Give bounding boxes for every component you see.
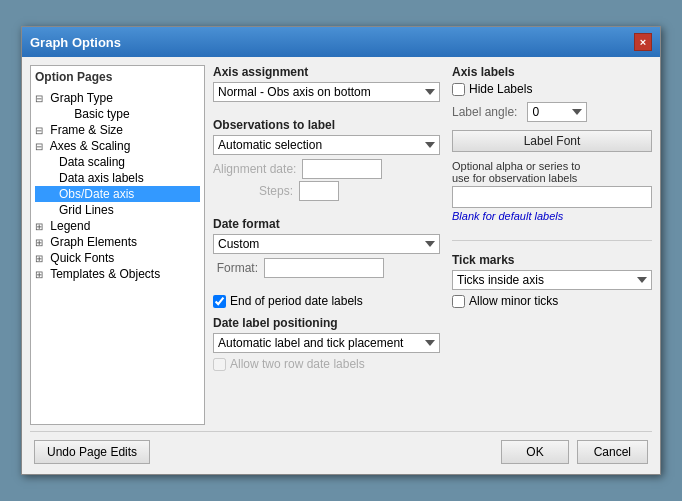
hide-labels-row: Hide Labels [452,82,652,96]
sidebar-item-axes-scaling[interactable]: ⊟ Axes & Scaling [35,138,200,154]
expander-icon: ⊟ [35,125,47,136]
date-format-select[interactable]: Custom Auto Short Long [213,234,440,254]
date-label-positioning-select[interactable]: Automatic label and tick placement Manua… [213,333,440,353]
axis-labels-section: Axis labels Hide Labels Label angle: 0 4… [452,65,652,222]
title-bar: Graph Options × [22,27,660,57]
date-format-section: Date format Custom Auto Short Long Forma… [213,217,440,280]
date-label-positioning-label: Date label positioning [213,316,440,330]
steps-row: Steps: 1 [213,181,440,201]
allow-two-row-label: Allow two row date labels [230,357,365,371]
observations-select[interactable]: Automatic selection All None Custom [213,135,440,155]
label-angle-row: Label angle: 0 45 90 -45 -90 [452,102,652,122]
sidebar-item-grid-lines[interactable]: Grid Lines [35,202,200,218]
sidebar-item-legend[interactable]: ⊞ Legend [35,218,200,234]
sidebar-item-graph-elements[interactable]: ⊞ Graph Elements [35,234,200,250]
tree-panel-title: Option Pages [35,70,200,84]
axis-assignment-section: Axis assignment Normal - Obs axis on bot… [213,65,440,102]
tick-marks-title: Tick marks [452,253,652,267]
ok-button[interactable]: OK [501,440,568,464]
steps-input[interactable]: 1 [299,181,339,201]
dialog-title: Graph Options [30,35,121,50]
cancel-button[interactable]: Cancel [577,440,648,464]
blank-label: Blank for default labels [452,210,652,222]
observations-label: Observations to label [213,118,440,132]
axis-labels-title: Axis labels [452,65,652,79]
hide-labels-checkbox[interactable] [452,83,465,96]
expander-icon: ⊞ [35,237,47,248]
format-input[interactable] [264,258,384,278]
optional-label2: use for observation labels [452,172,652,184]
bottom-bar: Undo Page Edits OK Cancel [30,431,652,466]
allow-two-row-row: Allow two row date labels [213,357,440,371]
allow-two-row-checkbox[interactable] [213,358,226,371]
tick-marks-select[interactable]: Ticks inside axis Ticks outside axis No … [452,270,652,290]
expander-icon: ⊟ [35,141,47,152]
tree-panel: Option Pages ⊟ Graph Type Basic type ⊟ F… [30,65,205,425]
axis-assignment-select[interactable]: Normal - Obs axis on bottom Reversed Cus… [213,82,440,102]
sidebar-item-data-scaling[interactable]: Data scaling [35,154,200,170]
hide-labels-label: Hide Labels [469,82,532,96]
expander-icon: ⊞ [35,221,47,232]
alignment-date-input[interactable]: 1/1/1900 [302,159,382,179]
expander-icon: ⊞ [35,253,47,264]
sidebar-item-basic-type[interactable]: Basic type [35,106,200,122]
label-font-button[interactable]: Label Font [452,130,652,152]
allow-minor-ticks-label: Allow minor ticks [469,294,558,308]
end-of-period-checkbox[interactable] [213,295,226,308]
optional-series-input[interactable] [452,186,652,208]
format-row: Format: [213,258,440,278]
sidebar-item-data-axis-labels[interactable]: Data axis labels [35,170,200,186]
right-panel: Axis assignment Normal - Obs axis on bot… [213,65,652,425]
sidebar-item-templates-objects[interactable]: ⊞ Templates & Objects [35,266,200,282]
sidebar-item-graph-type[interactable]: ⊟ Graph Type [35,90,200,106]
graph-options-dialog: Graph Options × Option Pages ⊟ Graph Typ… [21,26,661,475]
sidebar-item-quick-fonts[interactable]: ⊞ Quick Fonts [35,250,200,266]
label-angle-label: Label angle: [452,105,517,119]
tick-marks-section: Tick marks Ticks inside axis Ticks outsi… [452,253,652,308]
end-of-period-label: End of period date labels [230,294,363,308]
optional-hint: Optional alpha or series to use for obse… [452,160,652,222]
observations-section: Observations to label Automatic selectio… [213,118,440,203]
close-button[interactable]: × [634,33,652,51]
undo-page-edits-button[interactable]: Undo Page Edits [34,440,150,464]
format-label: Format: [213,261,258,275]
allow-minor-ticks-row: Allow minor ticks [452,294,652,308]
date-format-label: Date format [213,217,440,231]
date-label-positioning-section: Date label positioning Automatic label a… [213,316,440,371]
sidebar-item-frame-size[interactable]: ⊟ Frame & Size [35,122,200,138]
bottom-right-buttons: OK Cancel [501,440,648,464]
center-col: Axis assignment Normal - Obs axis on bot… [213,65,440,425]
label-angle-select[interactable]: 0 45 90 -45 -90 [527,102,587,122]
right-col: Axis labels Hide Labels Label angle: 0 4… [452,65,652,425]
steps-label: Steps: [213,184,293,198]
sidebar-item-obs-date-axis[interactable]: Obs/Date axis [35,186,200,202]
allow-minor-ticks-checkbox[interactable] [452,295,465,308]
alignment-date-label: Alignment date: [213,162,296,176]
optional-label1: Optional alpha or series to [452,160,652,172]
alignment-date-row: Alignment date: 1/1/1900 [213,159,440,179]
end-of-period-row: End of period date labels [213,294,440,308]
axis-assignment-label: Axis assignment [213,65,440,79]
expander-icon: ⊟ [35,93,47,104]
expander-icon: ⊞ [35,269,47,280]
divider [452,240,652,241]
